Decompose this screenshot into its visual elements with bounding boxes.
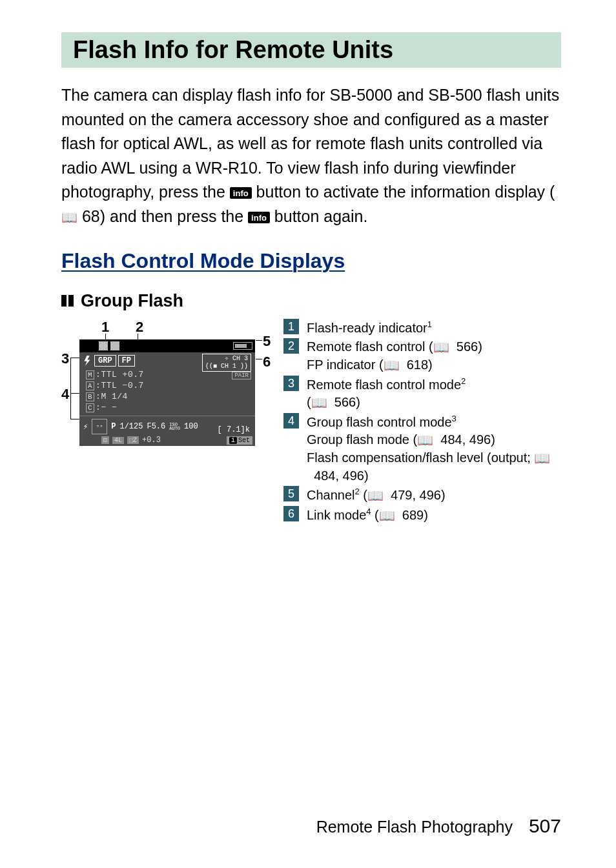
- diagram-area: 1 2 3 4 5 6 GRP FP: [61, 319, 561, 526]
- legend-text: Flash-ready indicator1: [307, 319, 561, 337]
- callout-3: 3: [61, 350, 69, 367]
- set-text: Set: [238, 437, 250, 444]
- channel-1: ✧ CH 3: [205, 355, 248, 363]
- legend-text: Channel2 (📖 479, 496): [307, 486, 561, 505]
- legend-line: Flash-ready indicator1: [307, 319, 561, 337]
- flash-ready-icon: [99, 341, 108, 350]
- callout-4: 4: [61, 386, 69, 403]
- group-c-box: C: [86, 403, 94, 412]
- legend-line: Channel2 (📖 479, 496): [307, 486, 561, 505]
- callout-line: [256, 340, 262, 341]
- group-a-line: A:TTL −0.7: [83, 380, 251, 391]
- lcd-screen: GRP FP ✧ CH 3 ((■ CH 1 )) PAIR M:TTL +0.…: [79, 339, 255, 446]
- legend-row: 4Group flash control mode3Group flash mo…: [283, 413, 561, 485]
- legend-text: Link mode4 (📖 689): [307, 506, 561, 525]
- battery-icon: [233, 342, 252, 350]
- group-b-val: :M 1/4: [96, 392, 128, 401]
- intro-text-4: button again.: [270, 207, 368, 225]
- lcd-top-icons: [99, 341, 119, 350]
- svg-rect-1: [68, 295, 74, 307]
- lcd-top-bar: [79, 339, 255, 352]
- info-button-icon: info: [230, 187, 252, 199]
- legend-text: Remote flash control (📖 566)FP indicator…: [307, 338, 561, 374]
- ev-comp: +0.3: [142, 436, 161, 445]
- group-b-line: B:M 1/4: [83, 391, 251, 402]
- pv-icon: 4L: [112, 437, 124, 444]
- i-icon: i: [229, 437, 237, 444]
- section-title-box: Flash Info for Remote Units: [61, 32, 561, 68]
- legend-line: (📖 566): [307, 394, 561, 412]
- legend-list: 1Flash-ready indicator12Remote flash con…: [283, 319, 561, 526]
- flash-bolt-icon: [83, 356, 92, 366]
- af-area-icon: ▫▫: [92, 419, 107, 434]
- subsection-title: Flash Control Mode Displays: [61, 249, 561, 273]
- legend-number-badge: 2: [283, 338, 299, 354]
- mode-p: P: [111, 422, 116, 431]
- shutter-speed: 1/125: [119, 422, 143, 431]
- square-bullet-icon: [61, 291, 76, 311]
- legend-number-badge: 1: [283, 319, 299, 334]
- iso-auto-label: ISOAUTO: [169, 423, 180, 431]
- bolt-small-icon: ⚡: [83, 422, 88, 432]
- intro-page-ref: 68: [82, 207, 100, 225]
- legend-line: Group flash control mode3: [307, 413, 561, 431]
- legend-row: 2Remote flash control (📖 566)FP indicato…: [283, 338, 561, 374]
- lcd-mid-section: GRP FP ✧ CH 3 ((■ CH 1 )) PAIR M:TTL +0.…: [79, 352, 255, 416]
- group-m-val: :TTL +0.7: [96, 370, 144, 379]
- group-c-val: :− −: [96, 403, 117, 412]
- legend-line: Remote flash control (📖 566): [307, 338, 561, 356]
- legend-row: 1Flash-ready indicator1: [283, 319, 561, 337]
- group-b-box: B: [86, 392, 94, 401]
- channel-2: ((■ CH 1 )): [205, 363, 248, 370]
- legend-number-badge: 4: [283, 413, 299, 429]
- legend-text: Group flash control mode3Group flash mod…: [307, 413, 561, 485]
- intro-paragraph: The camera can display flash info for SB…: [61, 83, 561, 228]
- legend-row: 5Channel2 (📖 479, 496): [283, 486, 561, 505]
- svg-rect-0: [61, 295, 67, 307]
- legend-line: Group flash mode (📖 484, 496): [307, 431, 561, 449]
- legend-number-badge: 5: [283, 486, 299, 501]
- callout-5: 5: [263, 333, 271, 350]
- legend-line: Flash compensation/flash level (output; …: [307, 449, 561, 485]
- shots-remaining: [ 7.1]k: [218, 425, 250, 434]
- group-a-val: :TTL −0.7: [96, 381, 144, 390]
- group-c-line: C:− −: [83, 402, 251, 413]
- page-number: 507: [529, 815, 561, 836]
- channel-box: ✧ CH 3 ((■ CH 1 )): [202, 354, 251, 372]
- group-m-box: M: [86, 370, 94, 379]
- lcd-bottom-section: ⚡ ▫▫ P 1/125 F5.6 ISOAUTO100 ⊡ 4L ⬚Z +0.…: [79, 416, 255, 446]
- callout-line: [70, 358, 71, 419]
- legend-line: Link mode4 (📖 689): [307, 506, 561, 525]
- meter-icon: ⊡: [101, 436, 109, 444]
- legend-row: 3Remote flash control mode2(📖 566): [283, 376, 561, 412]
- intro-text-3: ) and then press the: [100, 207, 248, 225]
- footer-chapter: Remote Flash Photography: [316, 818, 513, 836]
- status-icon: [110, 341, 119, 350]
- callout-2: 2: [136, 319, 143, 336]
- section-title: Flash Info for Remote Units: [73, 36, 557, 64]
- callout-line: [256, 359, 262, 359]
- info-button-icon-2: info: [248, 212, 270, 223]
- group-a-box: A: [86, 381, 94, 390]
- set-button-label: i Set: [227, 436, 252, 445]
- intro-text-2: button to activate the information displ…: [252, 183, 555, 201]
- group-flash-heading: Group Flash: [61, 291, 561, 311]
- fp-label: FP: [118, 355, 135, 367]
- callout-6: 6: [263, 354, 271, 370]
- legend-text: Remote flash control mode2(📖 566): [307, 376, 561, 412]
- legend-number-badge: 6: [283, 506, 299, 521]
- grp-label: GRP: [94, 355, 116, 367]
- aperture: F5.6: [147, 422, 165, 431]
- page-ref-icon: 📖: [61, 208, 77, 227]
- pair-label: PAIR: [232, 372, 251, 379]
- group-flash-label: Group Flash: [81, 291, 183, 310]
- legend-row: 6Link mode4 (📖 689): [283, 506, 561, 525]
- page-footer: Remote Flash Photography 507: [316, 815, 561, 837]
- legend-line: FP indicator (📖 618): [307, 356, 561, 374]
- legend-number-badge: 3: [283, 376, 299, 391]
- iso-value: 100: [184, 422, 198, 431]
- wb-icon: ⬚Z: [127, 436, 139, 444]
- legend-line: Remote flash control mode2: [307, 376, 561, 394]
